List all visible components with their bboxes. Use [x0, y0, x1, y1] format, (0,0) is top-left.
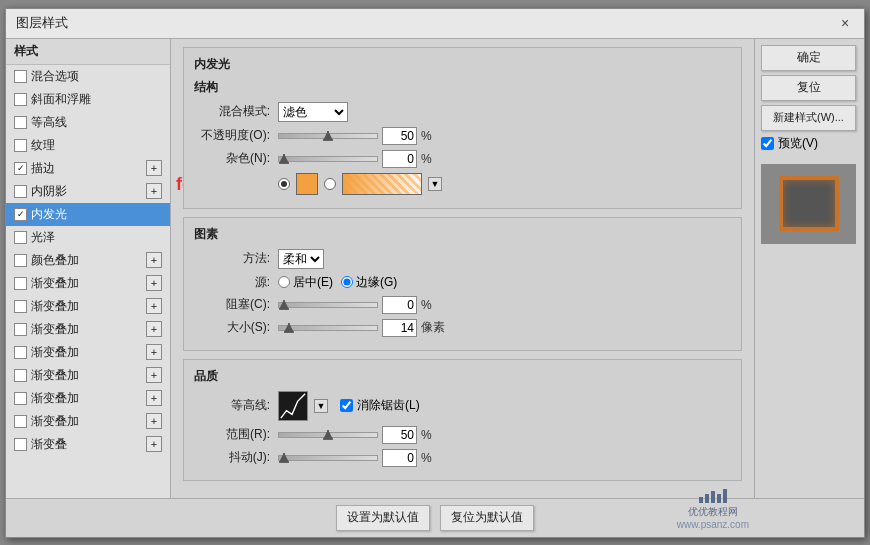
middle-panel: 内发光 结构 混合模式: 滤色 正常 溶解 变暗 颜色加深 颜色减淡: [171, 39, 754, 498]
sidebar-item-gradient-7[interactable]: 渐变叠加 +: [6, 410, 170, 433]
contour-checkbox[interactable]: [14, 116, 27, 129]
jitter-slider[interactable]: [278, 455, 378, 461]
title-bar: 图层样式 ×: [6, 9, 864, 39]
method-select[interactable]: 柔和 精确: [278, 249, 324, 269]
contour-arrow-btn[interactable]: ▼: [314, 399, 328, 413]
sidebar-item-blend[interactable]: 混合选项: [6, 65, 170, 88]
gradient8-checkbox[interactable]: [14, 438, 27, 451]
size-input[interactable]: [382, 319, 417, 337]
source-center-radio[interactable]: 居中(E): [278, 274, 333, 291]
gradient4-checkbox[interactable]: [14, 346, 27, 359]
noise-input[interactable]: [382, 150, 417, 168]
choke-input[interactable]: [382, 296, 417, 314]
gradient3-plus-btn[interactable]: +: [146, 321, 162, 337]
preview-checkbox[interactable]: [761, 137, 774, 150]
opacity-slider[interactable]: [278, 133, 378, 139]
sidebar-item-bevel[interactable]: 斜面和浮雕: [6, 88, 170, 111]
sidebar-item-gradient-5[interactable]: 渐变叠加 +: [6, 364, 170, 387]
gradient7-checkbox[interactable]: [14, 415, 27, 428]
range-input[interactable]: [382, 426, 417, 444]
sidebar-item-gradient-8[interactable]: 渐变叠 +: [6, 433, 170, 456]
reset-default-button[interactable]: 复位为默认值: [440, 505, 534, 531]
sidebar-item-inner-glow[interactable]: 内发光: [6, 203, 170, 226]
reset-button[interactable]: 复位: [761, 75, 856, 101]
dialog-title: 图层样式: [16, 14, 68, 32]
gradient-radio[interactable]: [324, 178, 336, 190]
inner-glow-label: 内发光: [31, 206, 67, 223]
sidebar-item-stroke[interactable]: 描边 +: [6, 157, 170, 180]
blend-checkbox[interactable]: [14, 70, 27, 83]
gradient5-checkbox[interactable]: [14, 369, 27, 382]
gradient5-plus-btn[interactable]: +: [146, 367, 162, 383]
gradient8-plus-btn[interactable]: +: [146, 436, 162, 452]
color-radio-circle: [278, 178, 290, 190]
satin-checkbox[interactable]: [14, 231, 27, 244]
jitter-input[interactable]: [382, 449, 417, 467]
sidebar-item-contour[interactable]: 等高线: [6, 111, 170, 134]
gradient4-plus-btn[interactable]: +: [146, 344, 162, 360]
gradient-swatch[interactable]: [342, 173, 422, 195]
sidebar-item-color-overlay[interactable]: 颜色叠加 +: [6, 249, 170, 272]
texture-checkbox[interactable]: [14, 139, 27, 152]
range-slider[interactable]: [278, 432, 378, 438]
color-overlay-checkbox[interactable]: [14, 254, 27, 267]
color-radio[interactable]: [278, 178, 290, 190]
blend-mode-select[interactable]: 滤色 正常 溶解 变暗 颜色加深 颜色减淡: [278, 102, 348, 122]
method-row: 方法: 柔和 精确: [194, 249, 731, 269]
gradient7-plus-btn[interactable]: +: [146, 413, 162, 429]
gradient1-plus-btn[interactable]: +: [146, 275, 162, 291]
elements-title: 图素: [194, 226, 731, 243]
sidebar-item-gradient-3[interactable]: 渐变叠加 +: [6, 318, 170, 341]
opacity-row: 不透明度(O): %: [194, 127, 731, 145]
stroke-plus-btn[interactable]: +: [146, 160, 162, 176]
method-label: 方法:: [194, 250, 274, 267]
close-button[interactable]: ×: [836, 14, 854, 32]
source-edge-label: 边缘(G): [356, 274, 397, 291]
sidebar-item-satin[interactable]: 光泽: [6, 226, 170, 249]
blend-label: 混合选项: [31, 68, 79, 85]
right-panel: 确定 复位 新建样式(W)... 预览(V): [754, 39, 864, 498]
size-slider[interactable]: [278, 325, 378, 331]
choke-slider[interactable]: [278, 302, 378, 308]
inner-shadow-plus-btn[interactable]: +: [146, 183, 162, 199]
logo-line1: 优优教程网: [677, 505, 749, 518]
inner-shadow-checkbox[interactable]: [14, 185, 27, 198]
sidebar-item-gradient-1[interactable]: 渐变叠加 +: [6, 272, 170, 295]
color-swatch[interactable]: [296, 173, 318, 195]
set-default-button[interactable]: 设置为默认值: [336, 505, 430, 531]
sidebar-item-gradient-4[interactable]: 渐变叠加 +: [6, 341, 170, 364]
gradient1-checkbox[interactable]: [14, 277, 27, 290]
antialias-checkbox[interactable]: [340, 399, 353, 412]
sidebar-item-inner-shadow[interactable]: 内阴影 +: [6, 180, 170, 203]
bevel-checkbox[interactable]: [14, 93, 27, 106]
color-overlay-plus-btn[interactable]: +: [146, 252, 162, 268]
gradient-arrow-btn[interactable]: ▼: [428, 177, 442, 191]
gradient2-checkbox[interactable]: [14, 300, 27, 313]
source-edge-radio[interactable]: 边缘(G): [341, 274, 397, 291]
jitter-label: 抖动(J):: [194, 449, 274, 466]
elements-section: 图素 方法: 柔和 精确 源: 居中(E): [183, 217, 742, 351]
inner-glow-section: 内发光 结构 混合模式: 滤色 正常 溶解 变暗 颜色加深 颜色减淡: [183, 47, 742, 209]
opacity-input[interactable]: [382, 127, 417, 145]
gradient6-plus-btn[interactable]: +: [146, 390, 162, 406]
inner-shadow-label: 内阴影: [31, 183, 67, 200]
sidebar-item-gradient-6[interactable]: 渐变叠加 +: [6, 387, 170, 410]
noise-slider[interactable]: [278, 156, 378, 162]
gradient3-checkbox[interactable]: [14, 323, 27, 336]
preview-row: 预览(V): [761, 135, 858, 152]
ok-button[interactable]: 确定: [761, 45, 856, 71]
noise-unit: %: [421, 152, 437, 166]
range-label: 范围(R):: [194, 426, 274, 443]
sidebar-item-gradient-2[interactable]: 渐变叠加 +: [6, 295, 170, 318]
antialias-label[interactable]: 消除锯齿(L): [340, 397, 420, 414]
contour-preview[interactable]: [278, 391, 308, 421]
stroke-checkbox[interactable]: [14, 162, 27, 175]
new-style-button[interactable]: 新建样式(W)...: [761, 105, 856, 131]
gradient6-checkbox[interactable]: [14, 392, 27, 405]
structure-title: 结构: [194, 79, 731, 96]
noise-label: 杂色(N):: [194, 150, 274, 167]
gradient2-plus-btn[interactable]: +: [146, 298, 162, 314]
inner-glow-checkbox[interactable]: [14, 208, 27, 221]
sidebar-item-texture[interactable]: 纹理: [6, 134, 170, 157]
noise-row: 杂色(N): %: [194, 150, 731, 168]
